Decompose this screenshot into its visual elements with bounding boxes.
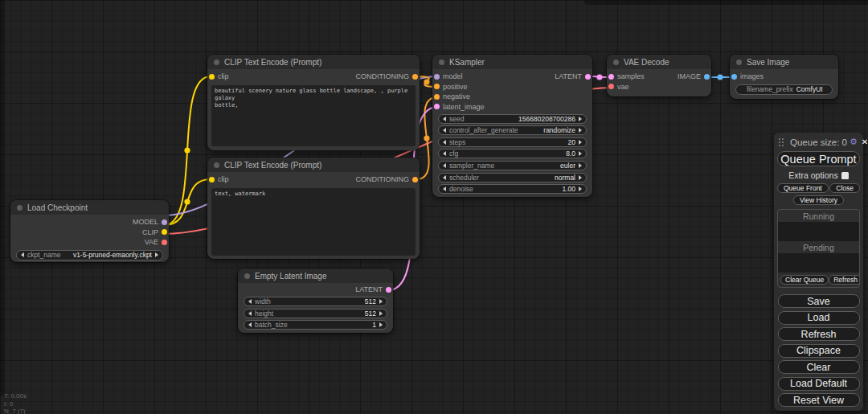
right-arrow-icon[interactable] xyxy=(379,311,383,316)
slot-label: CLIP xyxy=(142,228,158,236)
width-widget[interactable]: width 512 xyxy=(244,297,387,306)
queue-prompt-button[interactable]: Queue Prompt xyxy=(777,151,860,166)
control-after-generate-widget[interactable]: control_after_generate randomize xyxy=(438,125,587,135)
right-arrow-icon[interactable] xyxy=(579,175,582,180)
node-title-bar[interactable]: CLIP Text Encode (Prompt) xyxy=(207,55,420,69)
wire-reroute-dot[interactable] xyxy=(717,74,723,80)
left-arrow-icon[interactable] xyxy=(443,163,446,168)
clear-button[interactable]: Clear xyxy=(778,360,860,374)
node-title-bar[interactable]: Empty Latent Image xyxy=(238,268,393,283)
left-arrow-icon[interactable] xyxy=(21,252,24,257)
clipspace-button[interactable]: Clipspace xyxy=(778,344,860,358)
node-empty-latent-image[interactable]: Empty Latent Image LATENT width 512 heig… xyxy=(238,268,393,333)
slot-row: clip CONDITIONING xyxy=(207,72,420,82)
wire-clip-to-positive-encode xyxy=(164,76,211,225)
clear-queue-button[interactable]: Clear Queue xyxy=(780,275,829,285)
wire-reroute-dot[interactable] xyxy=(424,135,429,141)
clip-port-icon[interactable] xyxy=(209,74,215,80)
load-default-button[interactable]: Load Default xyxy=(778,377,860,391)
right-arrow-icon[interactable] xyxy=(579,128,582,133)
node-clip-text-encode-negative[interactable]: CLIP Text Encode (Prompt) clip CONDITION… xyxy=(207,158,420,259)
left-arrow-icon[interactable] xyxy=(248,299,252,304)
close-icon[interactable]: ✕ xyxy=(862,138,868,146)
steps-widget[interactable]: steps 20 xyxy=(438,137,587,147)
clip-port-icon[interactable] xyxy=(162,229,167,235)
extra-options-checkbox[interactable] xyxy=(841,172,849,179)
node-title-bar[interactable]: CLIP Text Encode (Prompt) xyxy=(207,158,420,172)
left-arrow-icon[interactable] xyxy=(443,151,446,156)
sampler-name-widget[interactable]: sampler_name euler xyxy=(438,161,587,170)
vae-port-icon[interactable] xyxy=(162,240,167,245)
node-title-bar[interactable]: KSampler xyxy=(432,55,592,69)
latent-port-icon[interactable] xyxy=(434,104,440,109)
conditioning-port-icon[interactable] xyxy=(434,84,440,89)
node-title-bar[interactable]: Save Image xyxy=(730,55,838,69)
left-arrow-icon[interactable] xyxy=(443,187,446,191)
left-arrow-icon[interactable] xyxy=(443,175,446,180)
widget-label: denoise xyxy=(449,185,473,193)
node-title-bar[interactable]: Load Checkpoint xyxy=(10,200,169,215)
image-port-icon[interactable] xyxy=(704,74,710,80)
left-arrow-icon[interactable] xyxy=(443,128,446,133)
right-arrow-icon[interactable] xyxy=(579,140,582,145)
node-clip-text-encode-positive[interactable]: CLIP Text Encode (Prompt) clip CONDITION… xyxy=(207,55,420,150)
refresh-queue-button[interactable]: Refresh xyxy=(829,275,860,285)
node-vae-decode[interactable]: VAE Decode samples IMAGE vae xyxy=(607,55,711,96)
latent-port-icon[interactable] xyxy=(386,287,391,293)
node-save-image[interactable]: Save Image images filename_prefix ComfyU… xyxy=(730,55,838,99)
wire-reroute-dot[interactable] xyxy=(184,147,190,153)
image-port-icon[interactable] xyxy=(731,74,737,80)
wire-reroute-dot[interactable] xyxy=(184,199,190,204)
left-arrow-icon[interactable] xyxy=(443,140,446,145)
denoise-widget[interactable]: denoise 1.00 xyxy=(438,184,587,194)
model-port-icon[interactable] xyxy=(162,219,167,225)
conditioning-port-icon[interactable] xyxy=(412,74,418,80)
right-arrow-icon[interactable] xyxy=(579,187,582,191)
settings-gear-icon[interactable]: ⚙ xyxy=(850,137,858,146)
left-arrow-icon[interactable] xyxy=(248,311,252,316)
node-title-bar[interactable]: VAE Decode xyxy=(607,55,711,69)
load-button[interactable]: Load xyxy=(778,311,860,325)
cfg-widget[interactable]: cfg 8.0 xyxy=(438,149,587,158)
latent-port-icon[interactable] xyxy=(585,74,591,80)
canvas-left-edge xyxy=(0,0,5,396)
seed-widget[interactable]: seed 156680208700286 xyxy=(438,114,587,124)
right-arrow-icon[interactable] xyxy=(579,151,582,156)
node-ksampler[interactable]: KSampler model LATENT positive negative … xyxy=(432,55,592,197)
right-arrow-icon[interactable] xyxy=(155,252,158,257)
right-arrow-icon[interactable] xyxy=(579,163,582,168)
right-arrow-icon[interactable] xyxy=(379,299,383,304)
clip-port-icon[interactable] xyxy=(209,177,215,182)
right-arrow-icon[interactable] xyxy=(379,322,383,327)
scheduler-widget[interactable]: scheduler normal xyxy=(438,173,587,182)
widget-label: height xyxy=(255,309,273,318)
running-header: Running xyxy=(778,210,859,222)
height-widget[interactable]: height 512 xyxy=(244,309,387,318)
conditioning-port-icon[interactable] xyxy=(434,94,440,100)
node-status-icon xyxy=(214,59,219,65)
left-arrow-icon[interactable] xyxy=(443,117,446,121)
slot-label: latent_image xyxy=(443,103,485,111)
model-port-icon[interactable] xyxy=(434,74,440,80)
vae-port-icon[interactable] xyxy=(608,84,614,89)
right-arrow-icon[interactable] xyxy=(579,117,582,121)
reset-view-button[interactable]: Reset View xyxy=(778,393,860,407)
wire-reroute-dot[interactable] xyxy=(424,79,429,84)
save-button[interactable]: Save xyxy=(778,294,860,308)
queue-front-button[interactable]: Queue Front xyxy=(777,183,829,193)
node-load-checkpoint[interactable]: Load Checkpoint MODEL CLIP VAE ckpt_name… xyxy=(10,200,169,262)
drag-handle-icon[interactable] xyxy=(778,137,784,147)
close-button[interactable]: Close xyxy=(829,183,860,193)
prompt-textarea[interactable]: beautiful scenery nature glass bottle la… xyxy=(211,85,416,146)
refresh-button[interactable]: Refresh xyxy=(778,327,860,341)
wire-reroute-dot[interactable] xyxy=(596,74,602,80)
prompt-textarea[interactable]: text, watermark xyxy=(211,188,416,256)
conditioning-port-icon[interactable] xyxy=(412,177,418,182)
view-history-button[interactable]: View History xyxy=(793,195,844,205)
batch-size-widget[interactable]: batch_size 1 xyxy=(244,320,387,330)
ckpt-name-widget[interactable]: ckpt_name v1-5-pruned-emaonly.ckpt xyxy=(16,250,163,260)
filename-prefix-widget[interactable]: filename_prefix ComfyUI xyxy=(735,84,833,95)
latent-port-icon[interactable] xyxy=(608,74,614,80)
left-arrow-icon[interactable] xyxy=(248,322,252,327)
comfy-menu: Queue size: 0 ⚙ ✕ Queue Prompt Extra opt… xyxy=(774,133,863,411)
